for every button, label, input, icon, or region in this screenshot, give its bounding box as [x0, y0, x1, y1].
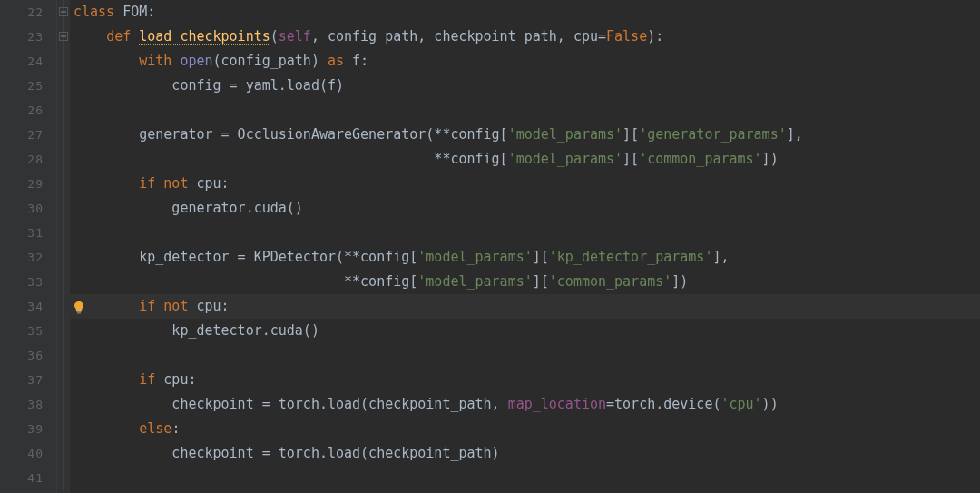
code-token: if [139, 371, 163, 388]
code-token [74, 371, 139, 388]
code-token: generator.cuda() [74, 200, 303, 216]
code-token: ][ [622, 126, 639, 143]
line-number[interactable]: 31 [0, 221, 56, 245]
code-token: 'common_params' [549, 273, 671, 290]
code-line[interactable]: with open(config_path) as f: [70, 49, 980, 74]
line-number[interactable]: 41 [0, 466, 56, 490]
code-line[interactable]: checkpoint = torch.load(checkpoint_path) [70, 441, 980, 466]
line-number[interactable]: 26 [0, 98, 56, 123]
code-token: kp_detector = KPDetector(**config[ [74, 249, 417, 265]
code-token: if not [139, 175, 196, 192]
code-line[interactable] [70, 466, 980, 490]
line-number[interactable]: 29 [0, 172, 56, 196]
fold-toggle-icon[interactable] [59, 25, 68, 49]
code-token: open [180, 53, 212, 69]
code-token: cpu: [163, 371, 196, 388]
code-token: with [139, 53, 180, 69]
svg-rect-4 [77, 311, 82, 312]
code-line[interactable]: config = yaml.load(f) [70, 74, 980, 98]
code-line[interactable]: generator.cuda() [70, 196, 980, 221]
code-token: def [106, 28, 139, 44]
code-token: : [172, 420, 180, 437]
code-area[interactable]: class FOM: def load_checkpoints(self, co… [70, 0, 980, 493]
line-number[interactable]: 28 [0, 147, 56, 172]
fold-toggle-icon[interactable] [59, 0, 68, 25]
code-token: class [74, 4, 122, 20]
line-number[interactable]: 25 [0, 74, 56, 98]
code-line[interactable]: kp_detector = KPDetector(**config['model… [70, 245, 980, 270]
line-number[interactable]: 33 [0, 270, 56, 294]
code-token: kp_detector.cuda() [74, 322, 319, 339]
code-line[interactable]: if not cpu: [70, 294, 980, 319]
line-number[interactable]: 24 [0, 49, 56, 74]
line-number[interactable]: 32 [0, 245, 56, 270]
code-line[interactable]: **config['model_params']['common_params'… [70, 270, 980, 294]
code-line[interactable]: if not cpu: [70, 172, 980, 196]
code-line[interactable] [70, 98, 980, 123]
code-token: 'generator_params' [639, 126, 787, 143]
intention-bulb-icon[interactable] [73, 299, 85, 323]
line-number[interactable]: 34 [0, 294, 56, 319]
code-token: ][ [533, 273, 549, 290]
code-token: )) [762, 396, 779, 412]
code-token: False [606, 28, 647, 44]
line-number-gutter[interactable]: 2223242526272829303132333435363738394041 [0, 0, 57, 493]
code-token: as [328, 53, 352, 69]
code-token: **config[ [74, 273, 417, 290]
code-token: config = yaml.load(f) [74, 77, 344, 94]
code-token: 'model_params' [508, 126, 622, 143]
code-token: cpu: [196, 298, 229, 314]
fold-column[interactable] [57, 0, 70, 493]
code-line[interactable]: **config['model_params']['common_params'… [70, 147, 980, 172]
code-line[interactable]: if cpu: [70, 368, 980, 392]
code-token: 'model_params' [508, 151, 622, 167]
code-line[interactable]: def load_checkpoints(self, config_path, … [70, 25, 980, 49]
line-number[interactable]: 30 [0, 196, 56, 221]
code-token: ( [270, 28, 279, 44]
line-number[interactable]: 36 [0, 343, 56, 368]
line-number[interactable]: 23 [0, 25, 56, 49]
code-token: ): [647, 28, 663, 44]
code-token: 'model_params' [417, 249, 532, 265]
code-token: ][ [622, 151, 639, 167]
line-number[interactable]: 40 [0, 441, 56, 466]
code-token: 'model_params' [417, 273, 532, 290]
line-number[interactable]: 39 [0, 417, 56, 441]
code-token: 'cpu' [720, 396, 761, 412]
code-token: checkpoint = torch.load(checkpoint_path, [74, 396, 508, 412]
code-line[interactable]: class FOM: [70, 0, 980, 25]
code-editor[interactable]: 2223242526272829303132333435363738394041… [0, 0, 980, 493]
code-token: , config_path, checkpoint_path, cpu= [311, 28, 606, 44]
line-number[interactable]: 27 [0, 123, 56, 147]
code-line[interactable]: kp_detector.cuda() [70, 319, 980, 343]
code-token: generator = OcclusionAwareGenerator(**co… [74, 126, 508, 143]
code-token: else [139, 420, 172, 437]
line-number[interactable]: 22 [0, 0, 56, 25]
code-token [74, 420, 139, 437]
code-token: checkpoint = torch.load(checkpoint_path) [74, 445, 500, 461]
code-line[interactable]: checkpoint = torch.load(checkpoint_path,… [70, 392, 980, 417]
code-token: ], [712, 249, 729, 265]
code-line[interactable] [70, 343, 980, 368]
code-token [74, 53, 139, 69]
svg-rect-5 [77, 312, 81, 313]
line-number[interactable]: 37 [0, 368, 56, 392]
code-token [74, 28, 106, 44]
line-number[interactable]: 35 [0, 319, 56, 343]
code-token: ]) [762, 151, 779, 167]
code-line[interactable] [70, 221, 980, 245]
code-token: load_checkpoints [139, 28, 270, 45]
code-token: **config[ [74, 151, 508, 167]
code-token: if not [139, 298, 196, 314]
code-token: FOM: [122, 4, 155, 20]
code-token: cpu: [196, 175, 229, 192]
line-number[interactable]: 38 [0, 392, 56, 417]
code-token: 'kp_detector_params' [549, 249, 713, 265]
code-token [74, 175, 139, 192]
code-line[interactable]: generator = OcclusionAwareGenerator(**co… [70, 123, 980, 147]
code-token: 'common_params' [639, 151, 761, 167]
code-token: ]) [671, 273, 688, 290]
code-line[interactable]: else: [70, 417, 980, 441]
code-token: ], [787, 126, 803, 143]
code-token: map_location [508, 396, 606, 412]
